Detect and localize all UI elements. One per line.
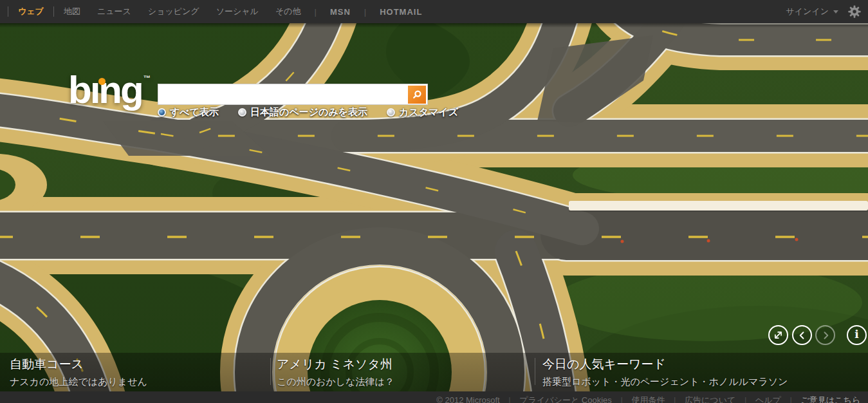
nav-right-group: サインイン	[786, 5, 862, 19]
nav-divider	[53, 6, 54, 17]
nav-item-maps[interactable]: 地図	[55, 6, 89, 17]
image-info-button[interactable]: i	[847, 325, 867, 345]
info-subtitle: ナスカの地上絵ではありません	[10, 376, 147, 388]
bing-homepage: ウェブ 地図 ニュース ショッピング ソーシャル その他 | MSN | HOT…	[0, 0, 868, 403]
footer-link-feedback[interactable]: ご意見はこちら	[800, 395, 860, 403]
nav-item-web[interactable]: ウェブ	[10, 6, 52, 17]
info-title[interactable]: 今日の人気キーワード	[542, 356, 788, 373]
previous-image-button[interactable]	[792, 325, 812, 345]
nav-item-news[interactable]: ニュース	[89, 6, 140, 17]
fullscreen-button[interactable]	[768, 325, 788, 345]
filter-label: 日本語のページのみを表示	[250, 106, 367, 118]
copyright-text: © 2012 Microsoft	[436, 395, 499, 403]
info-section-location: アメリカ ミネソタ州 この州のおかしな法律は？	[277, 356, 394, 388]
nav-item-social[interactable]: ソーシャル	[208, 6, 267, 17]
logo-orange-dot	[98, 78, 106, 85]
nav-separator: |	[309, 7, 322, 17]
search-scope-options: すべて表示 日本語のページのみを表示 カスタマイズ	[158, 106, 458, 118]
footer-link-advertise[interactable]: 広告について	[685, 395, 735, 403]
magnifier-icon	[412, 89, 422, 100]
footer-link-terms[interactable]: 使用条件	[631, 395, 665, 403]
top-navigation-bar: ウェブ 地図 ニュース ショッピング ソーシャル その他 | MSN | HOT…	[0, 0, 868, 23]
footer-bar: © 2012 Microsoft | プライバシーと Cookies | 使用条…	[0, 391, 868, 403]
radio-unselected[interactable]	[238, 108, 246, 117]
expand-arrows-icon	[773, 330, 784, 341]
nav-item-hotmail[interactable]: HOTMAIL	[371, 7, 430, 17]
info-subtitle: この州のおかしな法律は？	[277, 376, 394, 388]
search-input[interactable]	[158, 84, 407, 104]
info-divider	[535, 358, 535, 385]
filter-option-customize[interactable]: カスタマイズ	[387, 106, 458, 118]
info-section-trending: 今日の人気キーワード 搭乗型ロボット・光のページェント・ホノルルマラソン	[542, 356, 788, 388]
bing-logo[interactable]: bıng™	[68, 71, 149, 109]
radio-unselected[interactable]	[387, 108, 395, 117]
info-title[interactable]: 自動車コース	[10, 356, 147, 373]
chevron-down-icon	[833, 10, 838, 14]
info-section-image-title: 自動車コース ナスカの地上絵ではありません	[10, 356, 147, 388]
radio-selected[interactable]	[158, 108, 166, 117]
trademark-symbol: ™	[143, 74, 151, 82]
footer-separator: |	[502, 395, 517, 403]
nav-item-shopping[interactable]: ショッピング	[140, 6, 208, 17]
footer-separator: |	[614, 395, 629, 403]
next-image-button[interactable]	[815, 325, 835, 345]
chevron-right-icon	[820, 330, 831, 341]
footer-link-privacy[interactable]: プライバシーと Cookies	[519, 395, 611, 403]
bing-logo-text: bıng	[68, 68, 142, 111]
sign-in-label: サインイン	[786, 6, 829, 17]
footer-separator: |	[783, 395, 798, 403]
filter-label: カスタマイズ	[399, 106, 458, 118]
search-box	[158, 84, 428, 105]
footer-separator: |	[738, 395, 753, 403]
info-divider	[270, 358, 271, 385]
nav-item-more[interactable]: その他	[267, 6, 309, 17]
image-info-bar: 自動車コース ナスカの地上絵ではありません アメリカ ミネソタ州 この州のおかし…	[0, 353, 868, 391]
nav-item-msn[interactable]: MSN	[322, 7, 359, 17]
filter-option-all[interactable]: すべて表示	[158, 106, 219, 118]
nav-drop-shadow	[0, 23, 868, 28]
info-icon: i	[854, 329, 858, 340]
filter-label: すべて表示	[170, 106, 219, 118]
search-button[interactable]	[408, 86, 426, 104]
info-title[interactable]: アメリカ ミネソタ州	[277, 356, 394, 373]
info-subtitle[interactable]: 搭乗型ロボット・光のページェント・ホノルルマラソン	[542, 376, 788, 388]
gear-icon[interactable]	[847, 5, 862, 19]
nav-divider	[8, 6, 8, 17]
footer-separator: |	[667, 395, 682, 403]
sign-in-button[interactable]: サインイン	[786, 6, 838, 17]
filter-option-japanese-only[interactable]: 日本語のページのみを表示	[238, 106, 367, 118]
chevron-left-icon	[797, 330, 808, 341]
nav-separator: |	[359, 7, 371, 17]
footer-link-help[interactable]: ヘルプ	[755, 395, 781, 403]
